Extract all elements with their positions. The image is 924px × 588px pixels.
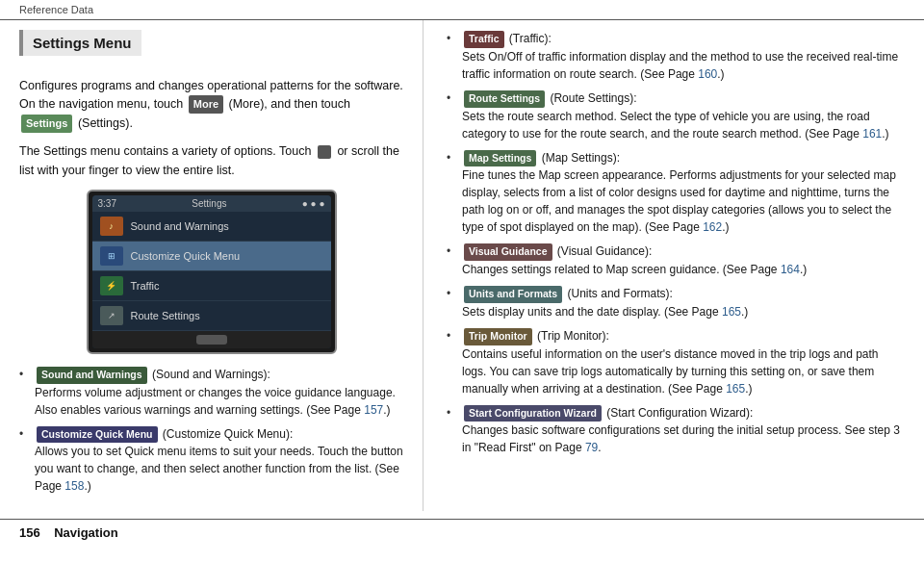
- left-column: Settings Menu Configures programs and ch…: [19, 20, 424, 511]
- bullet-item-traffic: • Traffic (Traffic): Sets On/Off of traf…: [447, 30, 905, 83]
- bullet-item-sound: • Sound and Warnings (Sound and Warnings…: [19, 366, 403, 419]
- device-menu-item: ♪ Sound and Warnings: [92, 212, 331, 242]
- footer-label: Navigation: [54, 525, 117, 540]
- device-nav-bar: [92, 331, 331, 348]
- intro-paragraph-1: Configures programs and changes operatio…: [19, 77, 403, 133]
- device-screen-title: Settings: [192, 198, 226, 209]
- customize-icon: ⊞: [100, 246, 123, 266]
- bullet-item-trip-monitor: • Trip Monitor (Trip Monitor): Contains …: [447, 327, 905, 397]
- device-menu: ♪ Sound and Warnings ⊞ Customize Quick M…: [92, 212, 331, 331]
- badge-start-config-wizard: Start Configuration Wizard: [464, 405, 602, 422]
- traffic-icon: ⚡: [100, 276, 123, 295]
- right-column: • Traffic (Traffic): Sets On/Off of traf…: [424, 20, 905, 511]
- device-menu-item-route: ↗ Route Settings: [92, 301, 331, 331]
- badge-trip-monitor: Trip Monitor: [464, 328, 532, 345]
- badge-route-settings: Route Settings: [464, 90, 545, 108]
- badge-settings: Settings: [21, 115, 72, 133]
- top-bar: Reference Data: [0, 0, 924, 20]
- page-number: 156: [19, 525, 40, 540]
- device-screenshot: 3:37 Settings ● ● ● ♪ Sound and Warnings…: [87, 190, 337, 354]
- device-nav-btn: [196, 335, 227, 345]
- device-header: 3:37 Settings ● ● ●: [92, 195, 331, 212]
- badge-customize-quick-menu: Customize Quick Menu: [37, 426, 158, 444]
- left-bullets: • Sound and Warnings (Sound and Warnings…: [19, 366, 403, 496]
- device-menu-item-traffic: ⚡ Traffic: [92, 271, 331, 301]
- intro-paragraph-2: The Settings menu contains a variety of …: [19, 142, 403, 180]
- scroll-icon: [318, 145, 331, 159]
- route-icon: ↗: [100, 306, 123, 325]
- bullet-item-route-settings: • Route Settings (Route Settings): Sets …: [447, 89, 905, 142]
- badge-traffic: Traffic: [464, 31, 504, 48]
- bullet-item-units-formats: • Units and Formats (Units and Formats):…: [447, 285, 905, 320]
- badge-visual-guidance: Visual Guidance: [464, 243, 552, 261]
- reference-data-label: Reference Data: [19, 4, 93, 15]
- badge-more: More: [189, 95, 223, 114]
- bullet-item-customize: • Customize Quick Menu (Customize Quick …: [19, 425, 403, 496]
- badge-units-formats: Units and Formats: [464, 286, 562, 303]
- device-screen: 3:37 Settings ● ● ● ♪ Sound and Warnings…: [92, 195, 331, 348]
- sound-icon: ♪: [100, 217, 123, 236]
- badge-sound-warnings: Sound and Warnings: [37, 367, 147, 384]
- device-signal: ● ● ●: [302, 198, 325, 209]
- right-bullets: • Traffic (Traffic): Sets On/Off of traf…: [447, 30, 905, 456]
- bullet-item-visual-guidance: • Visual Guidance (Visual Guidance): Cha…: [447, 243, 905, 278]
- section-title: Settings Menu: [19, 30, 141, 56]
- bullet-item-start-config: • Start Configuration Wizard (Start Conf…: [447, 404, 905, 457]
- device-menu-item-selected: ⊞ Customize Quick Menu: [92, 242, 331, 271]
- badge-map-settings: Map Settings: [464, 150, 536, 167]
- bullet-item-map-settings: • Map Settings (Map Settings): Fine tune…: [447, 149, 905, 237]
- device-time: 3:37: [98, 198, 116, 209]
- section-title-box: Settings Menu: [19, 30, 403, 67]
- footer: 156 Navigation: [0, 519, 924, 546]
